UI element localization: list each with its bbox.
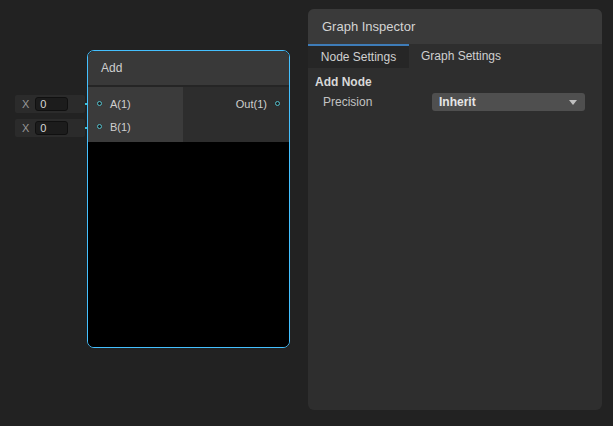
inspector-content: Add Node Precision Inherit [308,68,602,112]
chevron-down-icon [569,100,577,105]
precision-label: Precision [308,95,432,109]
shader-graph-canvas[interactable]: X 0 X 0 Add A(1) B(1) Out(1) [0,0,613,426]
node-output-section: Out(1) [183,87,289,142]
tab-node-settings[interactable]: Node Settings [308,44,409,68]
tab-label: Graph Settings [421,49,501,63]
precision-dropdown-value: Inherit [439,95,476,109]
output-port-label: Out(1) [236,98,267,110]
node-input-section: A(1) B(1) [88,87,183,142]
value-input-a[interactable]: 0 [35,97,68,111]
input-port-b[interactable] [97,124,102,129]
node-preview-area [88,142,289,347]
port-default-widget-b: X 0 [15,119,85,137]
output-port-out[interactable] [275,101,280,106]
inspector-title-bar: Graph Inspector [308,9,602,44]
output-port-row: Out(1) [183,92,289,115]
inspector-tab-bar: Node Settings Graph Settings [308,44,602,68]
precision-field-row: Precision Inherit [308,92,602,112]
graph-inspector-panel: Graph Inspector Node Settings Graph Sett… [308,9,602,410]
node-title-bar[interactable]: Add [88,51,289,87]
node-title: Add [101,61,122,75]
value-input-b[interactable]: 0 [35,121,68,135]
input-port-a[interactable] [97,101,102,106]
precision-dropdown[interactable]: Inherit [432,93,585,111]
tab-label: Node Settings [321,50,396,64]
node-settings-section-title: Add Node [308,73,602,91]
port-default-widget-a: X 0 [15,95,85,113]
inspector-title: Graph Inspector [322,19,415,34]
node-port-area: A(1) B(1) Out(1) [88,87,289,142]
add-node[interactable]: Add A(1) B(1) Out(1) [87,50,290,348]
input-port-row-b: B(1) [88,115,183,138]
vector-component-label: X [22,122,29,134]
input-port-row-a: A(1) [88,92,183,115]
input-port-label: A(1) [110,98,131,110]
input-port-label: B(1) [110,121,131,133]
tab-graph-settings[interactable]: Graph Settings [409,44,513,68]
vector-component-label: X [22,98,29,110]
